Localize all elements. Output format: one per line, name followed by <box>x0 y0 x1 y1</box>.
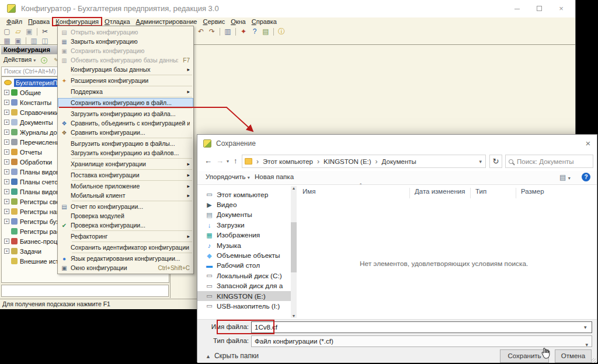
refresh-button[interactable]: ↻ <box>489 155 502 168</box>
menu-item[interactable]: ▤Отчет по конфигурации... <box>58 202 193 211</box>
cancel-button[interactable]: Отмена <box>555 349 592 363</box>
scrollbar[interactable]: ▲ ▼ <box>291 186 297 318</box>
menu-item[interactable]: Мобильный клиент▸ <box>58 191 193 200</box>
expand-icon[interactable]: + <box>4 179 9 184</box>
menu-item[interactable]: Проверка модулей <box>58 211 193 220</box>
breadcrumb-segment[interactable]: Документы <box>382 158 416 165</box>
book-icon[interactable]: ▤ <box>261 27 270 36</box>
db-table-icon[interactable]: ◫ <box>40 37 50 46</box>
file-type-select[interactable]: Файл конфигурации (*.cf) ▾ <box>251 335 592 347</box>
menu-item[interactable]: ▥Обновить конфигурацию базы данныхF7 <box>58 55 193 65</box>
nav-item[interactable]: ▭USB-накопитель (I:) <box>197 301 291 311</box>
menu-item[interactable]: ❖Сравнить, объединить с конфигурацией из… <box>58 118 193 128</box>
breadcrumb-segment[interactable]: KINGSTON (E:) <box>324 158 371 165</box>
nav-item[interactable]: ♪Музыка <box>197 240 291 250</box>
view-list-icon[interactable]: ▤ ▾ <box>559 173 571 181</box>
menubar-item-окна[interactable]: Окна <box>228 18 249 26</box>
menu-item[interactable]: Загрузить конфигурацию из файлов... <box>58 148 193 158</box>
menubar-item-конфигурация[interactable]: Конфигурация <box>53 18 102 26</box>
new-folder-button[interactable]: Новая папка <box>255 173 294 180</box>
column-header[interactable]: Имя <box>298 188 409 198</box>
menu-item[interactable]: Сохранить конфигурацию в файл... <box>58 98 193 107</box>
expand-icon[interactable]: + <box>4 199 9 204</box>
recent-chevron-icon[interactable]: ▾ <box>227 159 229 164</box>
expand-icon[interactable]: + <box>4 139 9 145</box>
chevron-down-icon[interactable]: ▾ <box>479 159 482 164</box>
menu-item[interactable]: Поставка конфигурации▸ <box>58 170 193 180</box>
add-icon[interactable]: + <box>41 57 47 64</box>
search-input[interactable] <box>517 158 590 165</box>
breadcrumb-segment[interactable]: Этот компьютер <box>263 158 313 165</box>
file-name-input[interactable] <box>251 321 592 333</box>
resize-grip[interactable] <box>591 358 596 363</box>
menu-item[interactable]: ✦Расширения конфигурации <box>58 76 193 85</box>
db-icon[interactable]: ▥ <box>29 37 39 46</box>
menu-item[interactable]: ▦Закрыть конфигурацию <box>58 37 193 46</box>
menu-item[interactable]: Загрузить конфигурацию из файла... <box>58 109 193 118</box>
up-icon[interactable]: ↑ <box>234 156 238 165</box>
menu-item[interactable]: Поддержка▸ <box>58 87 193 96</box>
expand-icon[interactable]: + <box>4 239 9 244</box>
menu-item[interactable]: ❖Сравнить конфигурации... <box>58 128 193 137</box>
copy-icon[interactable]: ▥ <box>223 27 232 36</box>
save-icon[interactable]: ▣ <box>25 27 34 36</box>
nav-item[interactable]: ↓Загрузки <box>197 220 291 230</box>
minimize-button[interactable] <box>513 5 521 13</box>
menu-item[interactable]: ▣Сохранить конфигурацию <box>58 46 193 55</box>
menu-item[interactable]: ▤Открыть конфигурацию <box>58 27 193 37</box>
hide-folders-button[interactable]: ▲Скрыть папки <box>206 352 259 360</box>
expand-icon[interactable]: + <box>4 100 9 105</box>
menu-item[interactable]: Конфигурация базы данных▸ <box>58 65 193 74</box>
new-file-icon[interactable]: ▢ <box>2 27 12 36</box>
nav-item[interactable]: ▭Этот компьютер <box>197 190 291 200</box>
expand-icon[interactable]: + <box>4 219 9 224</box>
column-header[interactable]: Размер <box>516 188 557 198</box>
menubar-item-правка[interactable]: Правка <box>25 18 53 26</box>
expand-icon[interactable]: + <box>4 159 9 164</box>
scroll-up-icon[interactable]: ▲ <box>291 186 296 190</box>
config-open-icon[interactable]: ▦ <box>2 37 12 46</box>
scroll-down-icon[interactable]: ▼ <box>291 314 296 318</box>
close-button[interactable]: × <box>557 5 565 13</box>
nav-item[interactable]: ▦Изображения <box>197 230 291 240</box>
column-header[interactable]: Тип <box>470 188 516 198</box>
syntax-check-icon[interactable]: ✦ <box>239 27 248 36</box>
menu-item[interactable]: ●Язык редактирования конфигурации... <box>58 254 193 263</box>
menu-item[interactable]: Хранилище конфигурации▸ <box>58 159 193 169</box>
menu-item[interactable]: ▣Окно конфигурацииCtrl+Shift+C <box>58 263 193 272</box>
maximize-button[interactable] <box>535 5 543 13</box>
nav-item[interactable]: ▶Видео <box>197 200 291 209</box>
open-folder-icon[interactable]: ▱ <box>13 27 23 36</box>
expand-icon[interactable]: + <box>4 169 9 174</box>
config-window-icon[interactable]: ▣ <box>13 37 23 46</box>
menu-item[interactable]: Мобильное приложение▸ <box>58 181 193 191</box>
menu-item[interactable]: Рефакторинг▸ <box>58 232 193 241</box>
nav-item[interactable]: ▭Локальный диск (C:) <box>197 271 291 281</box>
expand-icon[interactable]: + <box>4 130 9 135</box>
menubar-item-сервис[interactable]: Сервис <box>200 18 228 26</box>
menubar-item-отладка[interactable]: Отладка <box>102 18 133 26</box>
menu-item[interactable]: Выгрузить конфигурацию в файлы... <box>58 139 193 148</box>
expand-icon[interactable]: + <box>4 249 9 254</box>
organize-button[interactable]: Упорядочить ▾ <box>206 173 250 180</box>
cut-icon[interactable]: ✂ <box>40 27 50 36</box>
menu-item[interactable]: ✔Проверка конфигурации... <box>58 220 193 230</box>
scrollbar-thumb[interactable] <box>291 222 297 272</box>
expand-icon[interactable]: + <box>4 90 9 95</box>
chevron-down-icon[interactable]: ▾ <box>584 324 587 330</box>
nav-item[interactable]: ▤Документы <box>197 210 291 220</box>
dialog-close-icon[interactable]: × <box>583 138 593 149</box>
back-icon[interactable]: ← <box>204 156 212 165</box>
expand-icon[interactable]: + <box>4 209 9 214</box>
menubar-item-справка[interactable]: Справка <box>249 18 280 26</box>
nav-item[interactable]: ◆Объемные объекты <box>197 250 291 260</box>
undo-icon[interactable]: ↶ <box>196 27 206 36</box>
expand-icon[interactable]: + <box>4 120 9 125</box>
redo-icon[interactable]: ↷ <box>207 27 217 36</box>
menubar-item-администрирование[interactable]: Администрирование <box>133 18 200 26</box>
help-icon[interactable]: ? <box>582 173 590 181</box>
breadcrumb[interactable]: ›Этот компьютер›KINGSTON (E:)›Документы▾ <box>242 155 486 168</box>
expand-icon[interactable]: + <box>4 110 9 115</box>
nav-item[interactable]: ▭KINGSTON (E:) <box>197 291 291 301</box>
expand-icon[interactable]: + <box>4 149 9 155</box>
